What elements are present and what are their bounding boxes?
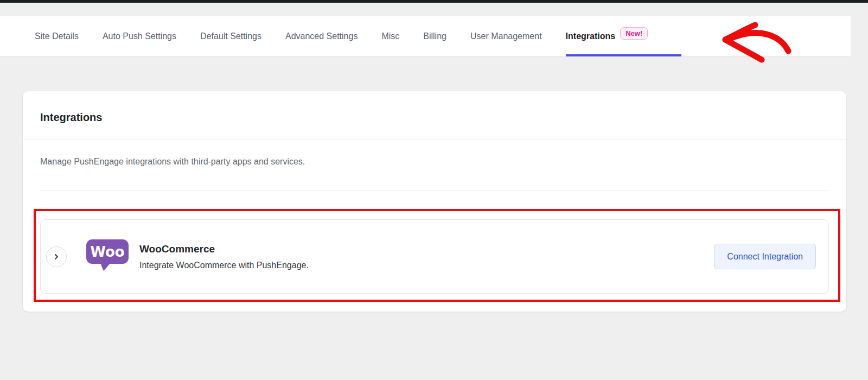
card-title: Integrations — [23, 91, 846, 140]
tab-default-settings[interactable]: Default Settings — [200, 16, 261, 56]
divider — [40, 191, 829, 191]
card-description: Manage PushEngage integrations with thir… — [40, 156, 829, 167]
integration-name: WooCommerce — [139, 243, 714, 255]
integrations-card: Integrations Manage PushEngage integrati… — [23, 91, 846, 312]
settings-tab-bar: Site Details Auto Push Settings Default … — [0, 16, 851, 56]
tab-advanced-settings[interactable]: Advanced Settings — [285, 16, 358, 56]
tab-auto-push-settings[interactable]: Auto Push Settings — [103, 16, 176, 56]
active-tab-underline — [566, 54, 682, 56]
woocommerce-logo: Woo — [86, 239, 129, 274]
card-body: Manage PushEngage integrations with thir… — [23, 140, 846, 294]
chevron-right-icon — [53, 253, 60, 261]
woo-logo-text: Woo — [90, 244, 124, 260]
integration-description: Integrate WooCommerce with PushEngage. — [139, 261, 714, 270]
tab-billing[interactable]: Billing — [423, 16, 446, 56]
tab-integrations[interactable]: Integrations New! — [566, 16, 648, 56]
highlight-region: Woo WooCommerce Integrate WooCommerce wi… — [40, 219, 829, 294]
tab-integrations-label: Integrations — [566, 31, 616, 41]
integration-texts: WooCommerce Integrate WooCommerce with P… — [139, 243, 714, 270]
tab-site-details[interactable]: Site Details — [35, 16, 79, 56]
tab-misc[interactable]: Misc — [381, 16, 399, 56]
connect-integration-button[interactable]: Connect Integration — [714, 244, 816, 269]
integration-row: Woo WooCommerce Integrate WooCommerce wi… — [40, 219, 829, 294]
tab-user-management[interactable]: User Management — [470, 16, 542, 56]
new-badge: New! — [620, 27, 648, 40]
expand-integration-button[interactable] — [46, 246, 67, 267]
top-dark-bar — [0, 0, 868, 3]
